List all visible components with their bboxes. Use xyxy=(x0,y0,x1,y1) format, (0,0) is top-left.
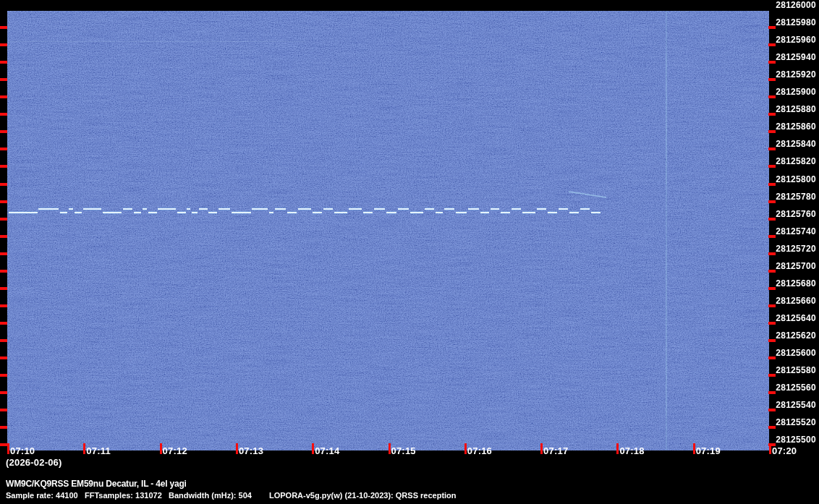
freq-tick-label: 28125840 xyxy=(776,140,816,149)
signal-dash xyxy=(512,208,521,210)
freq-tick-mark-left xyxy=(0,183,7,186)
freq-tick-mark-left xyxy=(0,339,7,342)
freq-tick-mark-left xyxy=(0,426,7,429)
freq-tick-mark-left xyxy=(0,270,7,273)
freq-tick-label: 28125560 xyxy=(776,383,816,393)
time-tick-label: 07:14 xyxy=(315,445,339,456)
freq-tick-label: 28125740 xyxy=(776,227,816,236)
time-tick-mark xyxy=(160,443,162,454)
freq-tick-mark-right xyxy=(768,148,776,150)
freq-tick-mark-left xyxy=(0,391,7,394)
signal-dash xyxy=(491,208,499,210)
signal-dash xyxy=(334,212,347,213)
freq-tick-mark-right xyxy=(768,130,776,133)
freq-tick-mark-right xyxy=(768,218,776,221)
freq-tick-label: 28126000 xyxy=(776,1,816,10)
freq-tick-mark-left xyxy=(0,78,7,81)
signal-dash xyxy=(218,208,230,210)
freq-tick-mark-left xyxy=(0,148,7,150)
freq-tick-mark-right xyxy=(768,61,776,64)
freq-tick-mark-right xyxy=(768,391,776,394)
time-tick-label: 07:12 xyxy=(163,445,187,456)
freq-tick-label: 28125680 xyxy=(776,279,816,289)
station-info-line: WM9C/KQ9RSS EM59nu Decatur, IL - 4el yag… xyxy=(6,479,187,489)
freq-tick-mark-right xyxy=(768,252,776,255)
signal-dash xyxy=(9,212,38,213)
freq-tick-mark-right xyxy=(768,165,776,168)
freq-tick-mark-right xyxy=(768,235,776,238)
signal-dash xyxy=(83,208,101,210)
signal-dash xyxy=(569,212,579,213)
freq-tick-label: 28125700 xyxy=(776,262,816,271)
time-tick-label: 07:11 xyxy=(86,445,111,456)
signal-dash xyxy=(537,208,546,210)
freq-tick-mark-right xyxy=(768,304,776,307)
interference-streak-bright xyxy=(666,249,666,416)
time-tick-mark xyxy=(769,443,771,454)
signal-dash xyxy=(386,212,396,213)
noise-banding-layer xyxy=(7,11,769,450)
time-tick-label: 07:10 xyxy=(10,445,35,456)
freq-tick-label: 28125920 xyxy=(776,70,816,80)
signal-dash xyxy=(287,212,297,213)
freq-tick-mark-left xyxy=(0,61,7,64)
freq-tick-mark-right xyxy=(768,78,776,81)
freq-tick-label: 28125940 xyxy=(776,53,816,62)
time-tick-label: 07:13 xyxy=(239,445,263,456)
signal-dash xyxy=(38,208,59,210)
freq-tick-mark-left xyxy=(0,252,7,255)
signal-dash xyxy=(298,208,311,210)
date-label: (2026-02-06) xyxy=(6,457,62,468)
freq-tick-mark-left xyxy=(0,200,7,203)
freq-tick-mark-left xyxy=(0,443,7,446)
time-tick-mark xyxy=(540,443,543,454)
freq-tick-label: 28125980 xyxy=(776,18,816,27)
signal-dash xyxy=(349,208,362,210)
time-tick-mark xyxy=(464,443,467,454)
signal-dash xyxy=(591,212,601,213)
freq-tick-label: 28125520 xyxy=(776,418,816,427)
freq-tick-mark-right xyxy=(768,426,776,429)
freq-tick-label: 28125600 xyxy=(776,349,816,358)
signal-dash xyxy=(269,212,273,213)
signal-dash xyxy=(398,208,409,210)
freq-tick-mark-right xyxy=(768,26,776,29)
freq-tick-mark-left xyxy=(0,304,7,307)
time-tick-mark xyxy=(312,443,314,454)
time-tick-label: 07:20 xyxy=(772,445,797,456)
freq-tick-mark-left xyxy=(0,113,7,116)
freq-tick-mark-right xyxy=(768,287,776,290)
interference-streak-bright xyxy=(666,54,666,184)
freq-tick-mark-left xyxy=(0,43,7,46)
signal-dash xyxy=(425,208,434,210)
freq-tick-label: 28125780 xyxy=(776,192,816,202)
freq-tick-mark-left xyxy=(0,218,7,221)
signal-dash xyxy=(60,212,67,213)
signal-dash xyxy=(522,212,535,213)
signal-dash xyxy=(177,212,186,213)
time-tick-mark xyxy=(83,443,85,454)
sample-rate-label: Sample rate: 44100 xyxy=(6,491,78,500)
signal-dash xyxy=(192,212,198,213)
freq-tick-label: 28125660 xyxy=(776,296,816,306)
freq-tick-mark-right xyxy=(768,339,776,342)
freq-tick-mark-right xyxy=(768,113,776,116)
signal-dash xyxy=(580,208,590,210)
time-tick-mark xyxy=(616,443,619,454)
freq-tick-label: 28125640 xyxy=(776,314,816,323)
fft-samples-label: FFTsamples: 131072 xyxy=(85,491,162,500)
freq-tick-label: 28125860 xyxy=(776,122,816,132)
freq-tick-mark-left xyxy=(0,356,7,359)
freq-tick-mark-left xyxy=(0,409,7,411)
signal-dash xyxy=(123,208,132,210)
signal-dash xyxy=(480,212,489,213)
bandwidth-label: Bandwidth (mHz): 504 xyxy=(169,491,252,500)
time-tick-mark xyxy=(236,443,238,454)
freq-tick-mark-left xyxy=(0,26,7,29)
freq-tick-mark-right xyxy=(768,95,776,98)
freq-tick-mark-right xyxy=(768,183,776,186)
freq-tick-label: 28125880 xyxy=(776,105,816,114)
time-tick-mark xyxy=(389,443,391,454)
freq-tick-label: 28125820 xyxy=(776,157,816,166)
freq-tick-mark-left xyxy=(0,95,7,98)
